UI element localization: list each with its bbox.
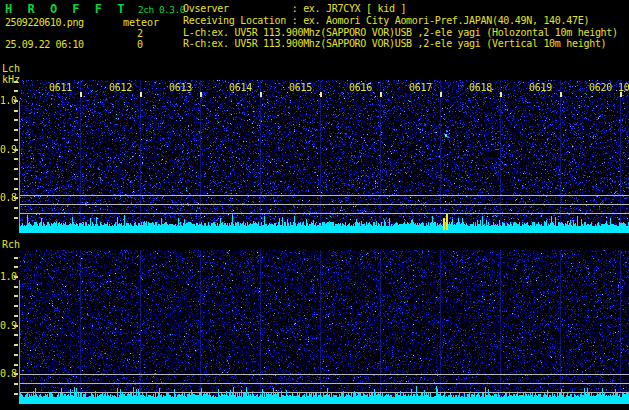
freq-label: 0.9: [0, 320, 17, 331]
freq-tick: [14, 266, 18, 268]
time-label: 0616: [349, 82, 372, 93]
freq-label: 1.0: [0, 271, 17, 282]
freq-label: 0.9: [0, 144, 17, 155]
freq-tick: [14, 315, 18, 317]
freq-label: 0.8: [0, 368, 17, 379]
freq-tick: [14, 217, 18, 219]
time-tick: [560, 92, 562, 97]
time-label: 0611: [49, 82, 72, 93]
freq-tick: [14, 364, 18, 366]
time-tick: [200, 92, 202, 97]
khz-unit-label: kHz: [2, 74, 20, 85]
time-tick: [260, 92, 262, 97]
freq-tick: [14, 158, 18, 160]
time-tick: [380, 92, 382, 97]
rch-label: Rch: [2, 239, 20, 250]
freq-tick: [14, 334, 18, 336]
freq-tick: [14, 90, 18, 92]
timestamp: 25.09.22 06:10: [5, 39, 84, 50]
freq-tick: [14, 286, 18, 288]
app-version: 2ch 0.3.0: [138, 4, 185, 15]
lch-rig-line: L-ch:ex. UV5R 113.900Mhz(SAPPORO VOR)USB…: [183, 27, 618, 38]
meteor-count-lch: 2: [137, 28, 143, 39]
time-label: 0617: [409, 82, 432, 93]
location-line: Receiving Location : ex. Aomori City Aom…: [183, 15, 589, 26]
freq-tick: [14, 119, 18, 121]
time-label: 0613: [169, 82, 192, 93]
freq-tick: [14, 168, 18, 170]
observer-line: Ovserver : ex. JR7CYX [ kid ]: [183, 3, 406, 14]
freq-tick: [14, 139, 18, 141]
freq-tick: [14, 383, 18, 385]
freq-tick: [14, 129, 18, 131]
meteor-count-rch: 0: [137, 39, 143, 50]
time-label-edge: 10: [618, 82, 629, 93]
mode-label: meteor: [123, 17, 159, 28]
freq-tick: [14, 207, 18, 209]
freq-tick: [14, 178, 18, 180]
freq-tick: [14, 393, 18, 395]
time-label: 0615: [289, 82, 312, 93]
time-label: 0619: [529, 82, 552, 93]
freq-tick: [14, 188, 18, 190]
freq-tick: [14, 110, 18, 112]
time-tick: [440, 92, 442, 97]
time-label: 0618: [469, 82, 492, 93]
freq-tick: [14, 305, 18, 307]
rch-spectrogram: [19, 250, 629, 404]
lch-label: Lch: [2, 63, 20, 74]
time-tick: [500, 92, 502, 97]
hrofft-window: H R O F F T 2ch 0.3.0 2509220610.png met…: [0, 0, 629, 410]
time-tick: [320, 92, 322, 97]
rch-rig-line: R-ch:ex. UV5R 113.900Mhz(SAPPORO VOR)USB…: [183, 38, 606, 49]
freq-tick: [14, 81, 18, 83]
freq-tick: [14, 257, 18, 259]
time-label: 0612: [109, 82, 132, 93]
freq-tick: [14, 295, 18, 297]
freq-label: 1.0: [0, 95, 17, 106]
time-label: 0620: [589, 82, 612, 93]
time-tick: [80, 92, 82, 97]
app-title: H R O F F T: [5, 2, 128, 16]
freq-tick: [14, 344, 18, 346]
freq-label: 0.8: [0, 192, 17, 203]
output-filename: 2509220610.png: [5, 17, 84, 28]
freq-tick: [14, 354, 18, 356]
lch-spectrogram: [19, 80, 629, 233]
time-tick: [140, 92, 142, 97]
time-label: 0614: [229, 82, 252, 93]
